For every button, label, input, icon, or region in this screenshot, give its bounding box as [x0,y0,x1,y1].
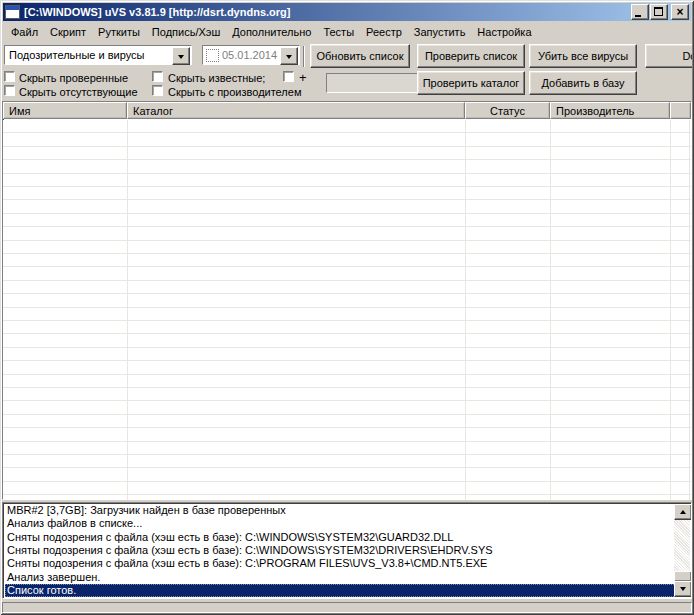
column-header-status[interactable]: Статус [465,102,550,119]
column-header-catalog[interactable]: Каталог [127,102,465,119]
caption-buttons [630,4,689,20]
log-line-selected[interactable]: Список готов. [5,584,678,597]
menu-rootkits[interactable]: Руткиты [92,24,146,41]
maximize-icon [654,7,663,16]
window-content: [C:\WINDOWS] uVS v3.81.9 [http://dsrt.dy… [2,2,692,613]
check-catalog-button[interactable]: Проверить каталог [417,71,525,95]
column-gridline [465,120,466,500]
hide-known-label: Скрыть известные; [168,72,265,84]
column-gridline [550,120,551,500]
minimize-icon [635,15,641,17]
app-window: [C:\WINDOWS] uVS v3.81.9 [http://dsrt.dy… [0,0,694,615]
hide-with-vendor-label: Скрыть с производителем [168,86,301,98]
toolbar-separator [303,46,305,67]
filter-combobox[interactable]: Подозрительные и вирусы [4,45,192,65]
menu-registry[interactable]: Реестр [360,24,408,41]
titlebar[interactable]: [C:\WINDOWS] uVS v3.81.9 [http://dsrt.dy… [3,3,691,21]
scroll-up-button[interactable] [674,504,692,520]
hide-checked-checkbox[interactable] [4,71,15,82]
hide-known-plus-checkbox[interactable] [283,71,294,82]
column-gridline [670,120,671,500]
filter-combobox-dropdown-button[interactable] [172,47,190,65]
donate-button[interactable]: Don [645,44,692,68]
hide-checked-label: Скрыть проверенные [19,72,128,84]
close-icon [672,5,688,19]
app-icon [5,5,20,19]
log-line[interactable]: Сняты подозрения с файла (хэш есть в баз… [5,557,677,570]
maximize-button[interactable] [650,4,668,20]
update-list-button[interactable]: Обновить список [310,44,410,68]
menu-signature-hash[interactable]: Подпись/Хэш [146,24,226,41]
menu-settings[interactable]: Настройка [471,24,537,41]
log-panel: MBR#2 [3,7GB]: Загрузчик найден в базе п… [2,502,692,599]
menubar: Файл Скрипт Руткиты Подпись/Хэш Дополнит… [2,23,692,41]
arrow-up-icon [680,507,686,514]
menu-file[interactable]: Файл [5,24,44,41]
log-line[interactable]: Сняты подозрения с файла (хэш есть в баз… [5,531,677,544]
check-list-button[interactable]: Проверить список [417,44,525,68]
scroll-down-button[interactable] [674,581,692,597]
log-scrollbar[interactable] [674,504,690,597]
hide-known-plus-label: + [299,70,307,85]
arrow-down-icon [680,587,686,594]
menu-tests[interactable]: Тесты [317,24,360,41]
menu-additional[interactable]: Дополнительно [226,24,317,41]
chevron-down-icon [178,55,184,62]
menu-script[interactable]: Скрипт [44,24,92,41]
hide-missing-checkbox[interactable] [4,85,15,96]
hide-known-checkbox[interactable] [152,71,163,82]
column-header-name[interactable]: Имя [3,102,127,119]
log-line[interactable]: Анализ файлов в списке... [5,517,677,530]
file-list[interactable] [3,120,691,500]
column-gridline [127,120,128,500]
date-checkbox[interactable] [206,49,219,62]
kill-all-viruses-button[interactable]: Убить все вирусы [529,44,637,68]
date-value: 05.01.2014 [222,49,277,61]
window-title: [C:\WINDOWS] uVS v3.81.9 [http://dsrt.dy… [24,6,630,18]
status-bar [2,602,692,613]
date-picker[interactable]: 05.01.2014 [202,45,300,65]
column-gridline [689,120,690,500]
date-dropdown-button[interactable] [280,47,298,65]
hide-missing-label: Скрыть отсутствующие [19,86,138,98]
menu-run[interactable]: Запустить [408,24,472,41]
column-header-vendor[interactable]: Производитель [550,102,670,119]
log-line[interactable]: MBR#2 [3,7GB]: Загрузчик найден в базе п… [5,504,677,517]
add-to-base-button[interactable]: Добавить в базу [529,71,637,95]
minimize-button[interactable] [631,4,649,20]
hide-with-vendor-checkbox[interactable] [152,85,163,96]
column-header-spacer [670,102,691,119]
log-line[interactable]: Анализ завершен. [5,571,677,584]
chevron-down-icon [286,55,292,62]
filter-combobox-value: Подозрительные и вирусы [9,49,144,61]
log-line[interactable]: Сняты подозрения с файла (хэш есть в баз… [5,544,677,557]
close-button[interactable] [671,4,689,20]
